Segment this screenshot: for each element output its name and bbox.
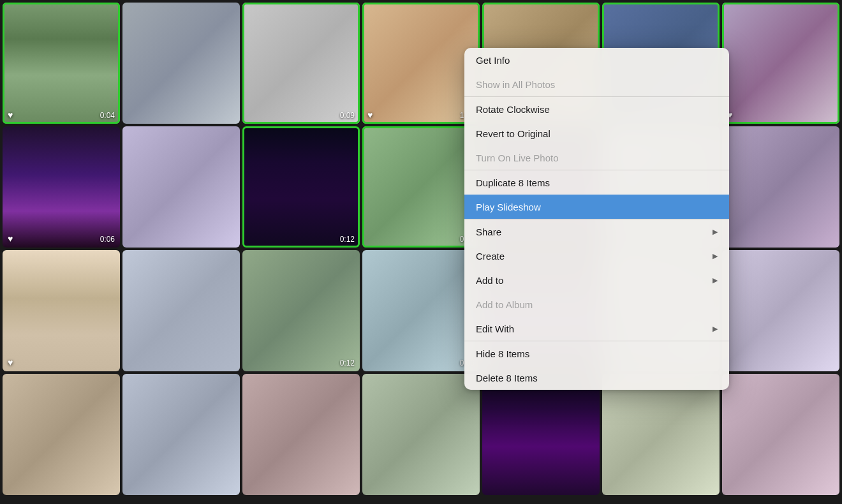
arrow-icon: ▶: [713, 228, 718, 236]
menu-item-add-to[interactable]: Add to ▶: [464, 268, 729, 292]
arrow-icon: ▶: [713, 276, 718, 285]
heart-icon: ♥: [8, 110, 13, 120]
menu-item-add-to-album[interactable]: Add to Album: [464, 292, 729, 316]
duration-badge: 0:04: [100, 111, 115, 120]
photo-cell[interactable]: 0:07: [362, 126, 480, 248]
menu-item-hide-8-items[interactable]: Hide 8 Items: [464, 341, 729, 366]
menu-section-share: Share ▶ Create ▶ Add to ▶ Add to Album E…: [464, 219, 729, 341]
heart-icon: ♥: [8, 357, 13, 367]
menu-section-duplicate: Duplicate 8 Items Play Slideshow: [464, 170, 729, 219]
photo-cell[interactable]: [3, 374, 120, 495]
photo-cell[interactable]: [722, 374, 839, 495]
photo-cell[interactable]: ♥ 0:06: [3, 126, 120, 248]
menu-item-play-slideshow[interactable]: Play Slideshow: [464, 195, 729, 219]
duration-badge: 0:06: [100, 235, 115, 244]
photo-cell[interactable]: [122, 374, 240, 495]
photo-cell[interactable]: ♥ 0:04: [3, 3, 120, 124]
photo-cell[interactable]: 0:06: [362, 250, 480, 371]
menu-section-destructive: Hide 8 Items Delete 8 Items: [464, 341, 729, 390]
duration-badge: 0:12: [340, 359, 355, 367]
context-menu: Get Info Show in All Photos Rotate Clock…: [464, 48, 729, 390]
photo-cell[interactable]: [122, 126, 240, 248]
heart-icon: ♥: [8, 233, 13, 244]
photo-cell[interactable]: ♥: [3, 250, 120, 371]
arrow-icon: ▶: [713, 325, 718, 333]
menu-item-rotate-clockwise[interactable]: Rotate Clockwise: [464, 97, 729, 121]
menu-item-turn-on-live-photo[interactable]: Turn On Live Photo: [464, 145, 729, 170]
photo-cell[interactable]: 0:09: [242, 3, 360, 124]
duration-badge: 0:12: [340, 235, 355, 244]
photo-cell[interactable]: [122, 3, 240, 124]
photo-cell[interactable]: ♥ 1:09: [362, 3, 480, 124]
menu-item-revert-to-original[interactable]: Revert to Original: [464, 121, 729, 145]
photo-cell[interactable]: [242, 374, 360, 495]
arrow-icon: ▶: [713, 252, 718, 260]
menu-section-info: Get Info Show in All Photos: [464, 48, 729, 97]
menu-item-show-in-all-photos[interactable]: Show in All Photos: [464, 72, 729, 96]
photo-cell[interactable]: ♥: [722, 3, 839, 124]
menu-item-get-info[interactable]: Get Info: [464, 48, 729, 72]
photo-cell[interactable]: [722, 126, 839, 248]
menu-item-share[interactable]: Share ▶: [464, 219, 729, 244]
photo-cell[interactable]: [602, 374, 720, 495]
menu-item-create[interactable]: Create ▶: [464, 244, 729, 268]
menu-item-duplicate-8-items[interactable]: Duplicate 8 Items: [464, 170, 729, 195]
photo-cell[interactable]: 0:12: [242, 126, 360, 248]
photo-cell[interactable]: [722, 250, 839, 371]
heart-icon: ♥: [367, 110, 373, 120]
menu-item-delete-8-items[interactable]: Delete 8 Items: [464, 366, 729, 390]
photo-cell[interactable]: [482, 374, 600, 495]
photo-cell[interactable]: 0:12: [242, 250, 360, 371]
menu-item-edit-with[interactable]: Edit With ▶: [464, 316, 729, 341]
duration-badge: 0:09: [340, 111, 355, 120]
photo-cell[interactable]: [362, 374, 480, 495]
menu-section-edit: Rotate Clockwise Revert to Original Turn…: [464, 97, 729, 170]
photo-cell[interactable]: [122, 250, 240, 371]
